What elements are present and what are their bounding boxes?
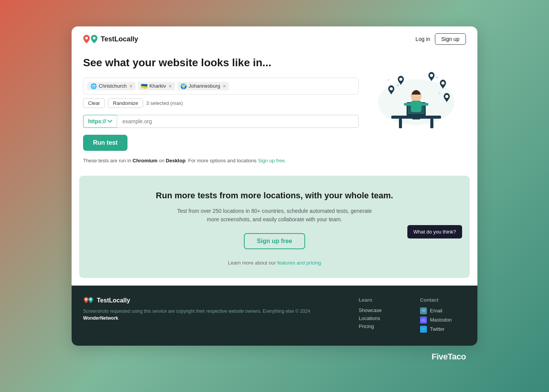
twitter-icon: 🐦 bbox=[420, 326, 427, 333]
cta-title: Run more tests from more locations, with… bbox=[91, 190, 458, 201]
svg-point-24 bbox=[90, 298, 92, 300]
logo-text: TestLocally bbox=[101, 35, 138, 43]
location-name-christchurch: Christchurch bbox=[99, 83, 127, 89]
test-note: These tests are run in Chromium on Deskt… bbox=[83, 157, 359, 165]
svg-point-0 bbox=[85, 37, 88, 39]
svg-point-17 bbox=[390, 87, 393, 90]
footer-link-showcase[interactable]: Showcase bbox=[359, 307, 405, 313]
svg-rect-4 bbox=[399, 119, 402, 128]
test-note-middle: on bbox=[157, 158, 166, 163]
location-tag-christchurch: 🌐 Christchurch × bbox=[87, 82, 136, 90]
left-section: See what your website looks like in... 🌐… bbox=[83, 56, 359, 164]
contact-mastodon-label: Mastodon bbox=[430, 317, 452, 323]
footer-contact-email[interactable]: ✉ Email bbox=[420, 307, 466, 314]
cta-signup-button[interactable]: Sign up free bbox=[244, 233, 305, 249]
location-name-johannesburg: Johannesburg bbox=[189, 83, 220, 89]
main-content: See what your website looks like in... 🌐… bbox=[72, 49, 477, 176]
svg-rect-9 bbox=[412, 118, 420, 119]
tag-actions: Clear Randomize 3 selected (max) bbox=[83, 98, 359, 108]
footer-contact-title: Contact bbox=[420, 297, 466, 303]
contact-email-label: Email bbox=[430, 308, 443, 314]
footer-copyright: Screenshots requested using this service… bbox=[83, 308, 343, 322]
flag-kharkiv: 🇺🇦 bbox=[141, 83, 147, 89]
footer-contact-mastodon[interactable]: m Mastodon bbox=[420, 317, 466, 323]
fivetaco-bar: FiveTaco bbox=[72, 346, 477, 366]
run-test-button[interactable]: Run test bbox=[83, 135, 127, 151]
protocol-label: https:// bbox=[88, 118, 106, 124]
url-row: https:// bbox=[83, 115, 359, 128]
logo: TestLocally bbox=[83, 35, 138, 43]
footer-learn-title: Learn bbox=[359, 297, 405, 303]
fivetaco-logo: FiveTaco bbox=[431, 352, 466, 361]
clear-button[interactable]: Clear bbox=[83, 98, 105, 108]
footer-logo-icon bbox=[83, 297, 94, 304]
svg-rect-5 bbox=[430, 119, 433, 128]
logo-pin-left bbox=[83, 35, 90, 43]
svg-text:+: + bbox=[387, 78, 390, 82]
svg-point-16 bbox=[441, 82, 444, 85]
cta-description: Test from over 250 locations in 80+ coun… bbox=[175, 207, 374, 224]
mastodon-icon: m bbox=[420, 317, 427, 323]
cta-learn: Learn more about our features and pricin… bbox=[228, 260, 321, 266]
logo-icons bbox=[83, 35, 98, 43]
svg-rect-12 bbox=[404, 103, 412, 106]
email-icon: ✉ bbox=[420, 307, 427, 314]
footer-contact-column: Contact ✉ Email m Mastodon 🐦 Twitter bbox=[420, 297, 466, 335]
url-input[interactable] bbox=[117, 115, 359, 128]
logo-pin-right bbox=[91, 35, 98, 43]
remove-christchurch[interactable]: × bbox=[129, 83, 132, 89]
location-tag-kharkiv: 🇺🇦 Kharkiv × bbox=[138, 82, 175, 90]
svg-text:+: + bbox=[438, 91, 441, 95]
svg-point-1 bbox=[93, 37, 96, 39]
remove-johannesburg[interactable]: × bbox=[223, 83, 226, 89]
svg-point-15 bbox=[430, 74, 433, 77]
flag-christchurch: 🌐 bbox=[90, 83, 97, 89]
footer-left: TestLocally Screenshots requested using … bbox=[83, 297, 343, 322]
randomize-button[interactable]: Randomize bbox=[108, 98, 143, 108]
illustration: + + + + bbox=[366, 56, 466, 137]
contact-twitter-label: Twitter bbox=[430, 326, 444, 332]
footer-link-locations[interactable]: Locations bbox=[359, 315, 405, 321]
footer-copy-suffix: . bbox=[118, 315, 119, 321]
test-note-prefix: These tests are run in bbox=[83, 158, 132, 163]
footer-logo-text: TestLocally bbox=[97, 297, 130, 304]
footer-contact-twitter[interactable]: 🐦 Twitter bbox=[420, 326, 466, 333]
test-note-suffix: . For more options and locations bbox=[185, 158, 258, 163]
hero-title: See what your website looks like in... bbox=[83, 56, 359, 69]
selected-count: 3 selected (max) bbox=[146, 100, 183, 106]
footer-link-pricing[interactable]: Pricing bbox=[359, 323, 405, 329]
flag-johannesburg: 🌍 bbox=[180, 83, 187, 89]
protocol-select[interactable]: https:// bbox=[83, 115, 117, 128]
login-button[interactable]: Log in bbox=[415, 36, 430, 42]
svg-text:+: + bbox=[435, 74, 438, 80]
footer-learn-column: Learn Showcase Locations Pricing bbox=[359, 297, 405, 332]
svg-rect-13 bbox=[421, 103, 428, 106]
signup-free-link[interactable]: Sign up free bbox=[258, 158, 285, 163]
features-pricing-link[interactable]: features and pricing bbox=[277, 260, 321, 266]
header-auth: Log in Sign up bbox=[415, 33, 466, 45]
footer-logo: TestLocally bbox=[83, 297, 343, 304]
test-note-link-suffix: . bbox=[285, 158, 286, 163]
svg-text:+: + bbox=[396, 82, 399, 88]
remove-kharkiv[interactable]: × bbox=[169, 83, 172, 89]
header: TestLocally Log in Sign up bbox=[72, 26, 477, 49]
test-note-browser: Chromium bbox=[132, 158, 157, 163]
footer: TestLocally Screenshots requested using … bbox=[72, 286, 477, 346]
footer-copy-prefix: Screenshots requested using this service… bbox=[83, 309, 310, 314]
svg-point-14 bbox=[399, 78, 402, 81]
svg-rect-11 bbox=[411, 101, 422, 112]
svg-rect-8 bbox=[414, 116, 418, 118]
location-tag-johannesburg: 🌍 Johannesburg × bbox=[177, 82, 229, 90]
wonder-network-link[interactable]: WonderNetwork bbox=[83, 315, 118, 321]
feedback-button[interactable]: What do you think? bbox=[407, 225, 462, 238]
svg-point-18 bbox=[445, 95, 448, 98]
hero-illustration: + + + + bbox=[370, 56, 462, 137]
cta-learn-prefix: Learn more about our bbox=[228, 260, 278, 266]
chevron-down-icon bbox=[108, 119, 112, 124]
signup-button[interactable]: Sign up bbox=[435, 33, 466, 45]
location-name-kharkiv: Kharkiv bbox=[149, 83, 166, 89]
location-input-container[interactable]: 🌐 Christchurch × 🇺🇦 Kharkiv × 🌍 Johannes… bbox=[83, 78, 359, 95]
test-note-device: Desktop bbox=[166, 158, 185, 163]
svg-point-23 bbox=[85, 298, 87, 300]
